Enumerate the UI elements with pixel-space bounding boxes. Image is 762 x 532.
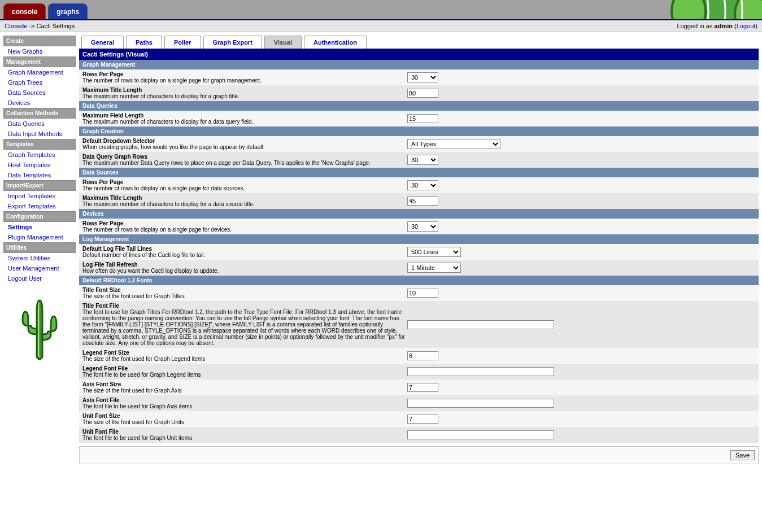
setting-input-legend-font-size[interactable] — [407, 351, 438, 360]
setting-input-legend-font-file[interactable] — [407, 367, 554, 376]
tab-authentication[interactable]: Authentication — [304, 36, 367, 49]
sidebar-item-export-templates[interactable]: Export Templates — [3, 201, 76, 211]
setting-input-rows-per-page[interactable]: 30 — [407, 221, 438, 232]
setting-input-maximum-title-length[interactable] — [407, 89, 438, 98]
sidebar-item-graph-management[interactable]: Graph Management — [3, 67, 76, 77]
sidebar-item-graph-trees[interactable]: Graph Trees — [3, 77, 76, 88]
setting-input-data-query-graph-rows[interactable]: 30 — [407, 155, 438, 165]
tab-console[interactable]: console — [3, 3, 46, 19]
setting-title: Maximum Title Length — [82, 195, 407, 201]
sidebar-item-logout-user[interactable]: Logout User — [3, 273, 76, 284]
breadcrumb-bar: Console -> Cacti Settings Logged in as a… — [0, 20, 762, 32]
setting-input-title-font-size[interactable] — [407, 289, 438, 298]
setting-input-rows-per-page[interactable]: 30 — [407, 180, 438, 190]
setting-input-title-font-file[interactable] — [407, 320, 554, 329]
sidebar-item-plugin-management[interactable]: Plugin Management — [3, 232, 76, 242]
sidebar-item-data-input-methods[interactable]: Data Input Methods — [3, 129, 76, 139]
setting-title: Rows Per Page — [82, 71, 407, 77]
setting-row: Default Dropdown SelectorWhen creating g… — [79, 136, 759, 152]
setting-title: Legend Font Size — [82, 350, 407, 356]
sidebar-item-system-utilities[interactable]: System Utilities — [3, 253, 76, 263]
settings-tabs: GeneralPathsPollerGraph ExportVisualAuth… — [79, 36, 759, 49]
setting-row: Legend Font SizeThe size of the font use… — [79, 348, 759, 364]
setting-input-axis-font-size[interactable] — [407, 383, 438, 392]
setting-row: Axis Font FileThe font file to be used f… — [79, 395, 759, 411]
setting-control: 30 — [407, 155, 438, 165]
tab-visual[interactable]: Visual — [264, 36, 302, 49]
setting-input-maximum-title-length[interactable] — [407, 197, 438, 206]
tab-general[interactable]: General — [81, 36, 124, 49]
setting-title: Default Log File Tail Lines — [82, 246, 407, 252]
setting-label: Axis Font FileThe font file to be used f… — [82, 397, 407, 409]
setting-label: Title Font SizeThe size of the font used… — [82, 287, 407, 299]
setting-control: 1 Minute — [407, 263, 461, 273]
setting-row: Title Font SizeThe size of the font used… — [79, 285, 759, 301]
breadcrumb: Console -> Cacti Settings — [5, 23, 75, 29]
setting-desc: The font file to be used for Graph Unit … — [82, 435, 407, 441]
breadcrumb-console-link[interactable]: Console — [5, 23, 27, 29]
setting-desc: The maximum number Data Query rows to pl… — [82, 160, 407, 166]
sidebar-item-new-graphs[interactable]: New Graphs — [3, 46, 76, 56]
save-bar: Save — [79, 446, 759, 464]
sidebar-item-settings[interactable]: Settings — [3, 222, 76, 232]
section-header: Log Management — [79, 234, 759, 244]
setting-input-unit-font-file[interactable] — [407, 430, 554, 439]
setting-row: Rows Per PageThe number of rows to displ… — [79, 177, 759, 193]
sidebar-item-data-templates[interactable]: Data Templates — [3, 170, 76, 180]
section-header: Default RRDtool 1.2 Fonts — [79, 276, 759, 285]
setting-desc: The maximum number of characters to disp… — [82, 201, 407, 207]
setting-desc: The number of rows to display on a singl… — [82, 77, 407, 84]
setting-label: Legend Font SizeThe size of the font use… — [82, 350, 407, 362]
tab-graph-export[interactable]: Graph Export — [203, 36, 262, 49]
tab-poller[interactable]: Poller — [164, 36, 201, 49]
sidebar: CreateNew GraphsManagementGraph Manageme… — [0, 32, 79, 468]
sidebar-item-user-management[interactable]: User Management — [3, 263, 76, 273]
sidebar-item-import-templates[interactable]: Import Templates — [3, 191, 76, 201]
setting-desc: The size of the font used for Graph Unit… — [82, 419, 407, 425]
setting-input-axis-font-file[interactable] — [407, 399, 554, 408]
setting-title: Maximum Title Length — [82, 87, 407, 93]
setting-label: Legend Font FileThe font file to be used… — [82, 365, 407, 378]
sidebar-item-data-sources[interactable]: Data Sources — [3, 88, 76, 98]
setting-row: Rows Per PageThe number of rows to displ… — [79, 219, 759, 234]
setting-title: Unit Font Size — [82, 413, 407, 419]
setting-title: Legend Font File — [82, 365, 407, 372]
cactus-logo — [3, 295, 76, 364]
setting-input-default-dropdown-selector[interactable]: All Types — [407, 139, 500, 149]
setting-control — [407, 383, 438, 392]
sidebar-header: Utilities — [3, 242, 76, 253]
setting-desc: The size of the font used for Graph Titl… — [82, 293, 407, 299]
setting-input-unit-font-size[interactable] — [407, 415, 438, 424]
content-area: GeneralPathsPollerGraph ExportVisualAuth… — [79, 32, 762, 468]
save-button[interactable]: Save — [730, 450, 755, 460]
logout-link[interactable]: Logout — [737, 23, 756, 29]
svg-point-2 — [735, 0, 762, 20]
setting-control: 30 — [407, 221, 438, 232]
setting-title: Axis Font Size — [82, 381, 407, 387]
setting-desc: The font to use for Graph Titles For RRD… — [82, 309, 407, 346]
setting-row: Maximum Title LengthThe maximum number o… — [79, 193, 759, 209]
setting-desc: The font file to be used for Graph Legen… — [82, 372, 407, 378]
setting-label: Default Log File Tail LinesDefault numbe… — [82, 246, 407, 258]
setting-desc: The number of rows to display on a singl… — [82, 226, 407, 233]
tab-paths[interactable]: Paths — [126, 36, 162, 49]
sidebar-item-graph-templates[interactable]: Graph Templates — [3, 150, 76, 160]
setting-desc: The size of the font used for Graph Lege… — [82, 356, 407, 362]
setting-control — [407, 351, 438, 360]
sidebar-item-data-queries[interactable]: Data Queries — [3, 119, 76, 129]
tab-graphs[interactable]: graphs — [48, 3, 88, 19]
setting-input-rows-per-page[interactable]: 30 — [407, 72, 438, 82]
setting-input-log-file-tail-refresh[interactable]: 1 Minute — [407, 263, 461, 273]
setting-label: Unit Font SizeThe size of the font used … — [82, 413, 407, 425]
setting-title: Title Font File — [82, 303, 407, 309]
setting-input-default-log-file-tail-lines[interactable]: 500 Lines — [407, 247, 461, 257]
sidebar-item-devices[interactable]: Devices — [3, 98, 76, 108]
setting-input-maximum-field-length[interactable] — [407, 114, 438, 123]
setting-control: All Types — [407, 139, 500, 149]
setting-row: Axis Font SizeThe size of the font used … — [79, 380, 759, 395]
page-title: Cacti Settings (Visual) — [79, 49, 759, 60]
sidebar-item-host-templates[interactable]: Host Templates — [3, 160, 76, 170]
sidebar-header: Collection Methods — [3, 108, 76, 119]
setting-control — [407, 399, 554, 408]
sidebar-header: Create — [3, 36, 76, 46]
